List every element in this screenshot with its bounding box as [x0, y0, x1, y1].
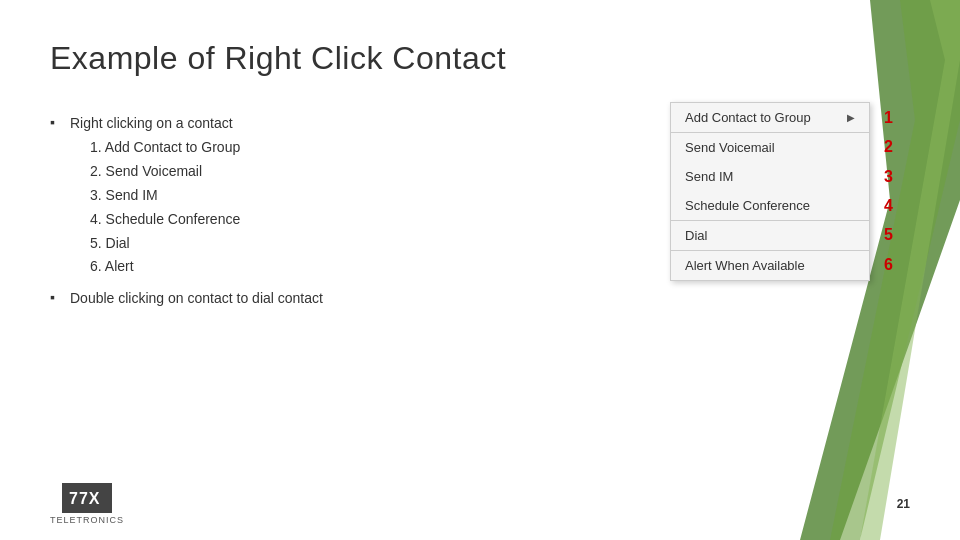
numbered-list: 1. Add Contact to Group 2. Send Voicemai…	[90, 136, 240, 279]
menu-item-label-3: Send IM	[685, 169, 733, 184]
menu-row-6: Alert When Available 6	[671, 250, 869, 280]
slide-content: Example of Right Click Contact ▪ Right c…	[0, 0, 960, 540]
context-menu-area: Add Contact to Group ▶ 1 Send Voicemail …	[670, 102, 910, 281]
bullet-1: ▪ Right clicking on a contact 1. Add Con…	[50, 112, 630, 279]
menu-row-4: Schedule Conference 4	[671, 191, 869, 220]
number-label-5: 5	[884, 226, 893, 244]
menu-row-1: Add Contact to Group ▶ 1	[671, 103, 869, 132]
bullet-text-2: Double clicking on contact to dial conta…	[70, 287, 323, 309]
svg-text:77X: 77X	[69, 490, 100, 507]
number-label-1: 1	[884, 109, 893, 127]
menu-item-label-2: Send Voicemail	[685, 140, 775, 155]
list-item-6: 6. Alert	[90, 255, 240, 279]
bullet-2: ▪ Double clicking on contact to dial con…	[50, 287, 630, 309]
text-column: ▪ Right clicking on a contact 1. Add Con…	[50, 112, 630, 318]
bullet-symbol: ▪	[50, 114, 62, 130]
list-item-4: 4. Schedule Conference	[90, 208, 240, 232]
menu-item-6[interactable]: Alert When Available	[671, 250, 869, 280]
number-label-3: 3	[884, 168, 893, 186]
bullet-content: Right clicking on a contact 1. Add Conta…	[70, 112, 240, 279]
list-item-1: 1. Add Contact to Group	[90, 136, 240, 160]
list-item-5: 5. Dial	[90, 232, 240, 256]
menu-row-2: Send Voicemail 2	[671, 132, 869, 162]
footer: 77X TELETRONICS 21	[50, 483, 910, 525]
page-number: 21	[897, 497, 910, 511]
menu-item-1[interactable]: Add Contact to Group ▶	[671, 103, 869, 132]
number-label-6: 6	[884, 256, 893, 274]
menu-item-label-6: Alert When Available	[685, 258, 805, 273]
context-menu: Add Contact to Group ▶ 1 Send Voicemail …	[670, 102, 870, 281]
list-item-2: 2. Send Voicemail	[90, 160, 240, 184]
bullet-symbol-2: ▪	[50, 289, 62, 305]
number-label-2: 2	[884, 138, 893, 156]
menu-item-label-1: Add Contact to Group	[685, 110, 811, 125]
list-item-3: 3. Send IM	[90, 184, 240, 208]
logo-box: 77X	[62, 483, 112, 513]
company-name: TELETRONICS	[50, 515, 124, 525]
submenu-arrow-1: ▶	[847, 112, 855, 123]
menu-row-3: Send IM 3	[671, 162, 869, 191]
main-area: ▪ Right clicking on a contact 1. Add Con…	[50, 112, 910, 318]
bullet-text-1: Right clicking on a contact	[70, 115, 233, 131]
slide-title: Example of Right Click Contact	[50, 40, 910, 77]
menu-item-2[interactable]: Send Voicemail	[671, 132, 869, 162]
menu-item-label-5: Dial	[685, 228, 707, 243]
logo-area: 77X TELETRONICS	[50, 483, 124, 525]
menu-item-5[interactable]: Dial	[671, 220, 869, 250]
number-label-4: 4	[884, 197, 893, 215]
menu-item-label-4: Schedule Conference	[685, 198, 810, 213]
menu-row-5: Dial 5	[671, 220, 869, 250]
logo-svg: 77X	[67, 486, 107, 510]
menu-item-4[interactable]: Schedule Conference	[671, 191, 869, 220]
menu-item-3[interactable]: Send IM	[671, 162, 869, 191]
